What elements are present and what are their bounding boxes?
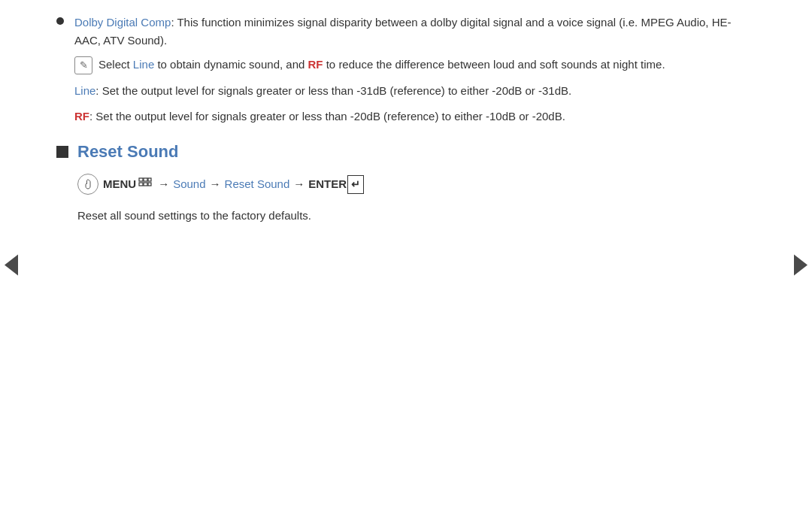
bullet-dot [56, 17, 64, 25]
svg-rect-3 [148, 178, 151, 181]
svg-rect-5 [144, 183, 147, 186]
enter-box: ↵ [347, 175, 364, 194]
line-label: Line [74, 84, 95, 97]
svg-rect-1 [139, 178, 143, 181]
svg-rect-4 [139, 183, 143, 186]
reset-sound-heading: Reset Sound [56, 142, 756, 162]
note-rf-word: RF [308, 58, 323, 71]
bullet-content: Dolby Digital Comp: This function minimi… [74, 14, 756, 126]
rf-label: RF [74, 110, 89, 123]
rf-description: RF: Set the output level for signals gre… [74, 108, 756, 126]
svg-rect-2 [144, 178, 147, 181]
bullet-item-dolby: Dolby Digital Comp: This function minimi… [56, 14, 756, 126]
content-area: Dolby Digital Comp: This function minimi… [41, 0, 771, 530]
svg-rect-6 [148, 183, 151, 186]
arrow-3: → [293, 176, 304, 193]
menu-label: MENU [103, 176, 136, 193]
note-text: Select Line to obtain dynamic sound, and… [98, 56, 756, 74]
menu-grid-icon [138, 176, 152, 193]
line-description: Line: Set the output level for signals g… [74, 82, 756, 100]
rf-desc: : Set the output level for signals great… [89, 110, 565, 123]
note-suffix: to reduce the difference between loud an… [323, 58, 665, 71]
enter-return-icon: ↵ [351, 177, 360, 192]
arrow-2: → [210, 176, 221, 193]
reset-sound-title: Reset Sound [77, 142, 178, 162]
nav-arrow-right[interactable] [789, 0, 812, 530]
menu-nav-row: MENU → Sound → Reset Sound → ENTER ↵ [77, 174, 756, 195]
arrow-1: → [158, 176, 169, 193]
menu-icon [77, 174, 98, 195]
black-square-icon [56, 146, 68, 158]
menu-hand-svg [82, 178, 94, 190]
nav-arrow-left[interactable] [0, 0, 23, 530]
dolby-term-desc: : This function minimizes signal dispari… [74, 16, 731, 47]
note-line-word: Line [133, 58, 154, 71]
right-arrow-icon [794, 255, 807, 276]
nav-sound: Sound [173, 176, 205, 193]
factory-reset-desc: Reset all sound settings to the factory … [77, 207, 756, 225]
nav-reset-sound: Reset Sound [225, 176, 290, 193]
left-arrow-icon [5, 255, 18, 276]
note-prefix: Select [98, 58, 133, 71]
memo-icon [74, 56, 92, 74]
enter-label: ENTER [308, 176, 347, 193]
note-middle: to obtain dynamic sound, and [154, 58, 308, 71]
dolby-term: Dolby Digital Comp [74, 16, 171, 29]
line-desc: : Set the output level for signals great… [95, 84, 571, 97]
page-container: Dolby Digital Comp: This function minimi… [0, 0, 812, 530]
note-row: Select Line to obtain dynamic sound, and… [74, 56, 756, 74]
